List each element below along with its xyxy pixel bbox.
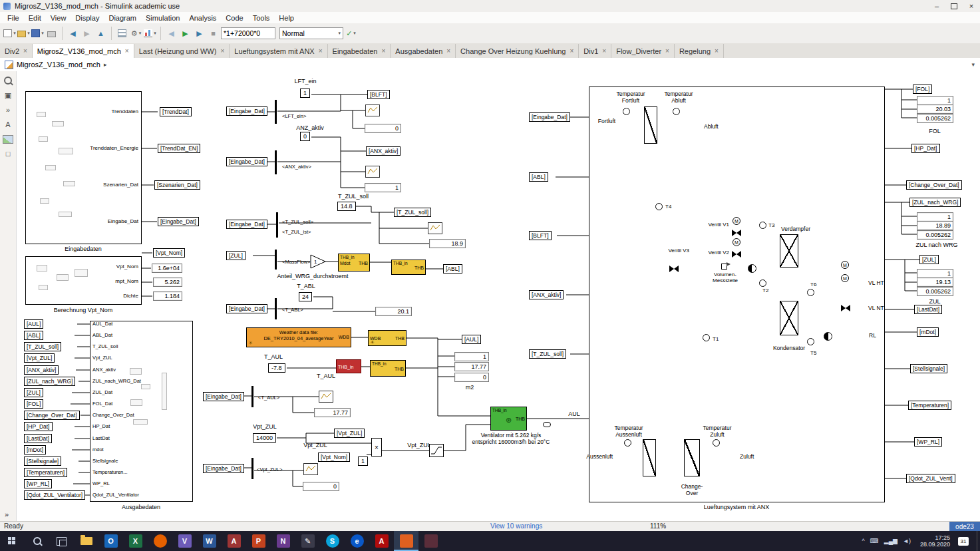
goto-tag[interactable]: [Change_Over_Dat] [906, 180, 962, 190]
from-tag[interactable]: [Eingabe_Dat] [529, 112, 570, 122]
from-tag[interactable]: [Vpt_ZUL] [24, 353, 55, 363]
motor-symbol[interactable]: M [841, 261, 849, 269]
temperature-sensor[interactable] [713, 439, 720, 447]
display-block[interactable]: 0 [365, 124, 401, 133]
from-tag[interactable]: [Change_Over_Dat] [24, 411, 80, 420]
tab-div1[interactable]: Div1× [579, 44, 611, 58]
display-block[interactable]: 1.184 [153, 291, 182, 301]
from-tag[interactable]: [Eingabe_Dat] [203, 392, 244, 401]
tray-expand-icon[interactable]: ^ [862, 538, 865, 544]
new-model-button[interactable]: ▾ [3, 26, 16, 41]
step-forward-button[interactable]: ▶ [193, 26, 206, 41]
taskbar-app-simulink[interactable] [394, 531, 418, 551]
taskbar-app-onenote[interactable]: N [271, 531, 295, 551]
temperature-sensor[interactable] [703, 334, 710, 341]
terminator-block[interactable] [543, 422, 551, 427]
from-tag[interactable]: [Eingabe_Dat] [226, 220, 267, 229]
menu-help[interactable]: Help [274, 14, 299, 22]
print-button[interactable] [45, 26, 58, 41]
constant-block[interactable]: 0 [300, 132, 310, 141]
pump-symbol[interactable] [748, 264, 756, 273]
close-icon[interactable]: × [715, 47, 719, 55]
tray-keyboard-icon[interactable]: ⌨ [870, 538, 879, 544]
from-tag[interactable]: [AUL] [24, 319, 43, 329]
maximize-button[interactable] [945, 0, 963, 12]
tab-eingabedaten[interactable]: Eingabedaten× [328, 44, 391, 58]
start-button[interactable] [0, 531, 25, 551]
goto-tag[interactable]: [AUL] [462, 335, 481, 344]
temperature-sensor[interactable] [655, 203, 663, 210]
motor-symbol[interactable]: M [841, 274, 849, 282]
display-block[interactable]: 0.005262 [917, 230, 953, 240]
taskbar-app-outlook[interactable]: O [98, 531, 123, 551]
constant-block[interactable]: 24 [299, 292, 312, 301]
coil-symbol[interactable] [780, 234, 798, 268]
image-icon[interactable] [2, 134, 14, 144]
taskbar-clock[interactable]: 17:2528.09.2020 [920, 534, 950, 548]
menu-edit[interactable]: Edit [24, 14, 46, 22]
from-tag[interactable]: [LastDat] [24, 434, 52, 443]
valve-symbol[interactable] [732, 251, 741, 258]
from-tag[interactable]: [ZUL] [226, 251, 245, 260]
from-tag[interactable]: [Qdot_ZUL_Ventilator] [24, 490, 85, 500]
display-block[interactable]: 19.13 [917, 277, 953, 287]
display-block[interactable]: 17.77 [314, 408, 351, 417]
from-tag[interactable]: [Eingabe_Dat] [226, 157, 267, 166]
coil-symbol[interactable] [780, 301, 798, 335]
library-browser-button[interactable] [116, 26, 128, 41]
bus-selector[interactable] [275, 150, 277, 174]
taskbar-app-app-dark[interactable] [418, 531, 443, 551]
tray-volume-icon[interactable]: ◄) [903, 538, 911, 544]
palette-expander[interactable]: » [5, 510, 9, 518]
temperature-sensor[interactable] [807, 289, 814, 296]
tab-flow-diverter[interactable]: Flow_Diverter× [611, 44, 675, 58]
valve-symbol[interactable] [669, 266, 679, 272]
warnings-link[interactable]: View 10 warnings [490, 522, 542, 530]
constant-block[interactable]: -7.8 [268, 363, 285, 373]
display-block[interactable]: 17.77 [454, 362, 489, 371]
from-tag[interactable]: [ANX_aktiv] [24, 365, 59, 375]
temperature-sensor[interactable] [623, 108, 630, 115]
simulation-mode-select[interactable]: Normal▾ [279, 27, 343, 39]
goto-tag[interactable]: [LastDat] [914, 305, 942, 314]
goto-tag[interactable]: [TrendDat_EN] [158, 144, 200, 153]
menu-display[interactable]: Display [71, 14, 104, 22]
goto-tag[interactable]: [Eingabe_Dat] [158, 217, 199, 226]
goto-tag[interactable]: [ZUL] [919, 255, 939, 264]
disabled-thb-block[interactable]: THB_in [336, 359, 361, 373]
thb-block[interactable]: WDBTHB☀ [368, 330, 407, 346]
display-block[interactable]: 0.005262 [917, 287, 953, 296]
display-block[interactable]: 1 [365, 183, 401, 192]
from-tag[interactable]: [FOL] [24, 399, 43, 409]
tray-network-icon[interactable]: ▂▄▆ [884, 538, 898, 544]
step-back-button[interactable]: ◀ [165, 26, 178, 41]
flow-meter-symbol[interactable] [721, 264, 727, 270]
weather-block[interactable]: Weather data file:DE_TRY2010_04_averageY… [246, 327, 351, 347]
bus-selector[interactable] [251, 458, 253, 479]
bus-selector[interactable] [275, 100, 277, 124]
goto-tag[interactable]: [Vpt_Nom] [153, 248, 185, 258]
goto-tag[interactable]: [Szenarien_Dat] [154, 180, 200, 190]
display-block[interactable]: 18.89 [917, 221, 953, 230]
from-tag[interactable]: [WP_RL] [24, 479, 52, 488]
goto-tag[interactable]: [Temperaturen] [908, 401, 951, 410]
goto-tag[interactable]: [FOL] [913, 85, 932, 94]
motor-symbol[interactable]: M [733, 217, 740, 225]
menu-view[interactable]: View [46, 14, 71, 22]
model-advisor-button[interactable]: ✓▾ [345, 26, 357, 41]
goto-tag[interactable]: [TrendDat] [160, 107, 192, 116]
goto-tag[interactable]: [BLFT] [367, 90, 390, 99]
thb-block[interactable]: THB_inTHB [391, 260, 426, 275]
goto-tag[interactable]: [ZUL_nach_WRG] [909, 198, 961, 207]
tab-migrosz-v136-mod-mch[interactable]: MigrosZ_V136_mod_mch× [33, 44, 134, 58]
taskbar-app-visio[interactable]: V [172, 531, 197, 551]
gain-block[interactable]: 1 [310, 254, 326, 270]
model-canvas[interactable]: EingabedatenTrenddatenTrenddaten_Energie… [0, 71, 980, 521]
from-tag[interactable]: [T_ZUL_soll] [24, 342, 61, 351]
close-icon[interactable]: × [570, 47, 574, 55]
from-tag[interactable]: [mDot] [24, 445, 46, 455]
constant-block[interactable]: 1 [358, 457, 368, 466]
bus-selector[interactable] [275, 298, 277, 319]
data-inspector-button[interactable]: ▾ [144, 26, 156, 41]
area-icon[interactable]: □ [2, 148, 14, 159]
